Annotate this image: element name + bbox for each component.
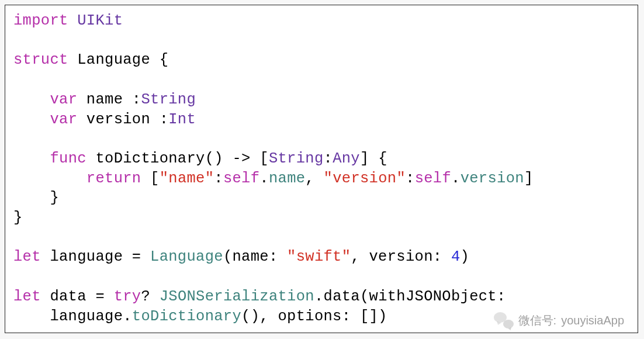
closing-brace: } xyxy=(13,189,59,206)
type-string: String xyxy=(269,150,324,167)
type-uikit: UIKit xyxy=(77,12,123,29)
call-data: .data(withJSONObject: xyxy=(314,288,506,305)
prop-name: name xyxy=(269,170,305,187)
colon: : xyxy=(324,150,333,167)
close-bracket: ] xyxy=(524,170,534,187)
kw-return: return xyxy=(86,170,141,187)
string-swift: "swift" xyxy=(287,248,351,265)
dot: . xyxy=(259,170,269,187)
let-data-decl: data = xyxy=(41,288,114,305)
number-4: 4 xyxy=(451,248,461,265)
string-name: "name" xyxy=(160,170,214,187)
method-todictionary: toDictionary xyxy=(132,308,241,325)
kw-var: var xyxy=(50,111,77,128)
let-language-decl: language = xyxy=(41,248,150,265)
kw-var: var xyxy=(50,91,77,108)
kw-let: let xyxy=(13,288,41,305)
struct-name: Language { xyxy=(68,51,169,68)
string-version: "version" xyxy=(324,170,406,187)
call-rest: (), options: []) xyxy=(241,308,387,325)
space xyxy=(68,12,78,29)
kw-struct: struct xyxy=(13,51,68,68)
kw-let: let xyxy=(13,248,41,265)
dot: . xyxy=(451,170,461,187)
args-mid: , version: xyxy=(351,248,451,265)
question-mark: ? xyxy=(141,288,159,305)
kw-try: try xyxy=(114,288,141,305)
func-sig: toDictionary() -> [ xyxy=(86,150,269,167)
code-block: import UIKit struct Language { var name … xyxy=(13,11,629,326)
indent xyxy=(13,111,50,128)
type-language: Language xyxy=(150,248,223,265)
kw-func: func xyxy=(50,150,86,167)
type-string: String xyxy=(141,91,196,108)
type-jsonserialization: JSONSerialization xyxy=(160,288,314,305)
open-bracket: [ xyxy=(141,170,159,187)
closing-brace: } xyxy=(13,209,23,226)
type-any: Any xyxy=(333,150,360,167)
colon: : xyxy=(406,170,415,187)
paren-open: (name: xyxy=(223,248,287,265)
kw-self: self xyxy=(223,170,259,187)
kw-self: self xyxy=(415,170,451,187)
code-snippet-box: import UIKit struct Language { var name … xyxy=(5,5,638,333)
paren-close: ) xyxy=(461,248,470,265)
comma: , xyxy=(305,170,323,187)
type-int: Int xyxy=(168,111,196,128)
indent xyxy=(13,91,50,108)
kw-import: import xyxy=(13,12,68,29)
var-name-decl: name : xyxy=(77,91,141,108)
prop-version: version xyxy=(461,170,524,187)
indent xyxy=(13,150,50,167)
colon: : xyxy=(214,170,223,187)
func-sig-close: ] { xyxy=(360,150,387,167)
indent-continuation: language. xyxy=(13,308,132,325)
var-version-decl: version : xyxy=(77,111,168,128)
indent xyxy=(13,170,86,187)
